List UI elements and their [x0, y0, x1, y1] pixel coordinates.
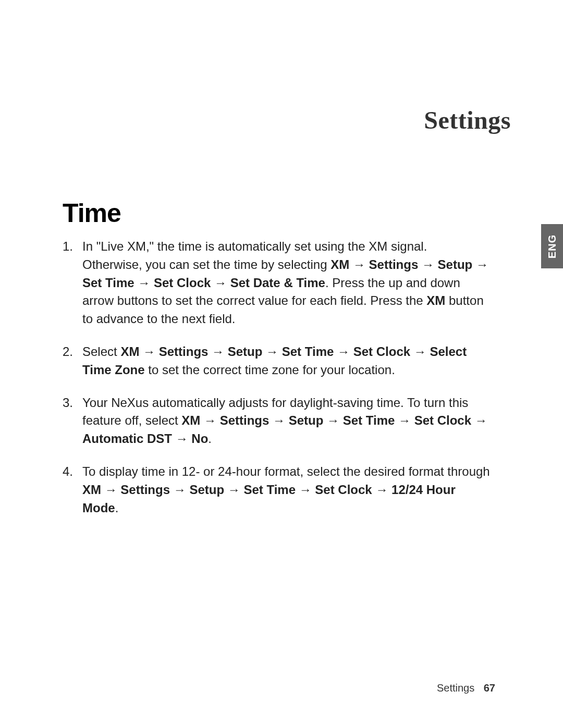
- path-set-clock: Set Clock: [154, 276, 211, 290]
- path-settings: Settings: [120, 483, 170, 497]
- header-title: Settings: [424, 106, 511, 134]
- path-set-clock: Set Clock: [315, 483, 372, 497]
- path-settings: Settings: [369, 257, 419, 272]
- arrow-icon: →: [139, 344, 158, 359]
- path-settings: Settings: [159, 344, 209, 359]
- path-set-date-time: Set Date & Time: [230, 276, 325, 290]
- step-2: Select XM → Settings → Setup → Set Time …: [63, 343, 490, 379]
- path-xm: XM: [120, 344, 139, 359]
- arrow-icon: →: [211, 276, 230, 290]
- arrow-icon: →: [224, 483, 243, 497]
- arrow-icon: →: [472, 257, 488, 272]
- path-xm: XM: [82, 483, 101, 497]
- step-1: In "Live XM," the time is automatically …: [63, 238, 490, 328]
- path-setup: Setup: [289, 413, 324, 427]
- path-set-clock: Set Clock: [414, 413, 471, 427]
- path-set-time: Set Time: [343, 413, 395, 427]
- arrow-icon: →: [200, 413, 219, 427]
- step-4: To display time in 12- or 24-hour format…: [63, 463, 490, 517]
- path-auto-dst: Automatic DST: [82, 431, 172, 446]
- footer: Settings 67: [437, 682, 495, 694]
- arrow-icon: →: [395, 413, 414, 427]
- footer-section: Settings: [437, 682, 474, 694]
- path-settings: Settings: [220, 413, 270, 427]
- arrow-icon: →: [101, 483, 120, 497]
- arrow-icon: →: [323, 413, 342, 427]
- arrow-icon: →: [269, 413, 288, 427]
- step-4-text-a: To display time in 12- or 24-hour format…: [82, 464, 490, 478]
- arrow-icon: →: [418, 257, 437, 272]
- arrow-icon: →: [134, 276, 154, 290]
- steps-list: In "Live XM," the time is automatically …: [63, 238, 490, 517]
- language-tab: ENG: [541, 224, 563, 268]
- path-no: No: [191, 431, 208, 446]
- path-setup: Setup: [189, 483, 224, 497]
- arrow-icon: →: [372, 483, 391, 497]
- arrow-icon: →: [296, 483, 315, 497]
- path-setup: Setup: [228, 344, 263, 359]
- section-title-time: Time: [63, 198, 490, 228]
- step-3-text-c: .: [208, 431, 212, 446]
- path-set-time: Set Time: [282, 344, 334, 359]
- page-number: 67: [484, 682, 495, 694]
- arrow-icon: →: [349, 257, 369, 272]
- arrow-icon: →: [334, 344, 353, 359]
- path-xm: XM: [331, 257, 349, 272]
- step-2-text-c: to set the correct time zone for your lo…: [145, 363, 395, 377]
- path-set-time: Set Time: [82, 276, 134, 290]
- content: Time In "Live XM," the time is automatic…: [63, 198, 490, 532]
- path-setup: Setup: [438, 257, 473, 272]
- arrow-icon: →: [208, 344, 227, 359]
- xm-button-ref: XM: [426, 293, 445, 307]
- path-xm: XM: [181, 413, 200, 427]
- arrow-icon: →: [172, 431, 191, 446]
- arrow-icon: →: [170, 483, 189, 497]
- step-3: Your NeXus automatically adjusts for day…: [63, 394, 490, 448]
- step-2-text-a: Select: [82, 344, 120, 359]
- arrow-icon: →: [471, 413, 487, 427]
- path-set-clock: Set Clock: [353, 344, 410, 359]
- arrow-icon: →: [410, 344, 430, 359]
- arrow-icon: →: [262, 344, 282, 359]
- step-4-text-c: .: [115, 501, 119, 515]
- path-set-time: Set Time: [243, 483, 296, 497]
- header-band: Settings: [0, 94, 563, 146]
